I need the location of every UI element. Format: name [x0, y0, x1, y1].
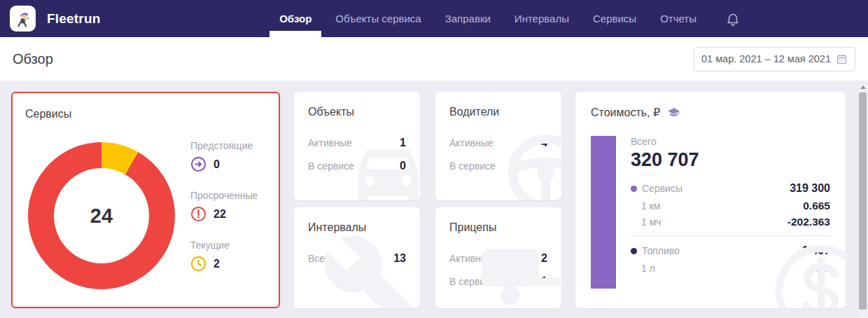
graduation-cap-icon — [667, 106, 680, 119]
date-range-button[interactable]: 01 мар. 2021 – 12 мая 2021 — [694, 47, 855, 71]
trailers-active-row: Активные 2 — [449, 252, 547, 265]
units-active-row: Активные 1 — [308, 137, 406, 149]
legend-overdue: Просроченные 22 — [190, 190, 258, 222]
notifications-button[interactable] — [725, 11, 741, 27]
intervals-total-row: Всего 13 — [308, 252, 406, 265]
exclamation-circle-icon — [190, 206, 206, 222]
dashboard: Сервисы 24 Предстоящие 0 Просроченные — [0, 81, 868, 318]
nav-tab-fillings[interactable]: Заправки — [433, 0, 503, 37]
vertical-scrollbar[interactable] — [858, 83, 867, 318]
main-nav: Обзор Объекты сервиса Заправки Интервалы… — [267, 0, 708, 37]
cost-card: Стоимость, ₽ Всего 320 707 Сервисы 319 3… — [575, 92, 846, 308]
legend-upcoming: Предстоящие 0 — [190, 140, 258, 172]
drivers-card-title: Водители — [449, 106, 547, 118]
top-navbar: Fleetrun Обзор Объекты сервиса Заправки … — [0, 0, 868, 37]
scrollbar-up-arrow[interactable] — [860, 85, 866, 89]
calendar-icon — [836, 53, 848, 65]
units-card-title: Объекты — [308, 106, 406, 118]
services-donut: 24 — [28, 142, 175, 289]
legend-current: Текущие 2 — [190, 240, 258, 272]
cost-fuel-per-liter-row: 1 л 46.9 — [631, 262, 830, 275]
cost-card-title: Стоимость, ₽ — [591, 106, 660, 119]
bell-icon — [725, 11, 741, 27]
fleetrun-mascot-icon — [13, 8, 34, 29]
scrollbar-thumb[interactable] — [859, 92, 867, 310]
intervals-card: Интервалы Всего 13 — [294, 207, 420, 308]
clock-icon — [190, 256, 206, 272]
cost-total-value: 320 707 — [631, 149, 830, 171]
services-card[interactable]: Сервисы 24 Предстоящие 0 Просроченные — [11, 92, 280, 308]
cost-total-label: Всего — [631, 136, 830, 147]
cost-total-bar — [591, 136, 616, 289]
drivers-in-service-row: В сервисе 1 — [449, 160, 547, 172]
trailers-card: Прицепы Активные 2 В сервисе 1 — [435, 207, 561, 308]
services-dot — [631, 186, 637, 192]
nav-tab-services[interactable]: Сервисы — [581, 0, 648, 37]
arrow-right-circle-icon — [190, 156, 206, 172]
drivers-card: Водители Активные 4 В сервисе 1 — [435, 92, 561, 200]
services-card-title: Сервисы — [25, 108, 71, 120]
nav-tab-intervals[interactable]: Интервалы — [503, 0, 581, 37]
cost-services-row: Сервисы 319 300 — [631, 182, 830, 195]
units-in-service-row: В сервисе 0 — [308, 160, 406, 172]
intervals-card-title: Интервалы — [308, 221, 406, 234]
units-card: Объекты Активные 1 В сервисе 0 — [294, 92, 420, 200]
nav-tab-service-objects[interactable]: Объекты сервиса — [323, 0, 433, 37]
cost-divider — [631, 235, 830, 236]
wrench-watermark-icon — [321, 231, 420, 308]
app-logo[interactable] — [10, 6, 36, 32]
services-donut-total: 24 — [90, 205, 113, 228]
nav-tab-reports[interactable]: Отчеты — [648, 0, 708, 37]
cost-services-per-km-row: 1 км 0.665 — [631, 200, 830, 212]
page-title: Обзор — [13, 51, 53, 67]
brand-name: Fleetrun — [47, 11, 101, 27]
fuel-dot — [631, 248, 637, 254]
nav-tab-overview[interactable]: Обзор — [267, 0, 323, 37]
cost-services-per-engine-hour-row: 1 мч -202.363 — [631, 216, 830, 228]
drivers-active-row: Активные 4 — [449, 137, 547, 149]
trailers-in-service-row: В сервисе 1 — [449, 275, 547, 288]
trailers-card-title: Прицепы — [449, 221, 547, 234]
date-range-text: 01 мар. 2021 – 12 мая 2021 — [701, 53, 831, 64]
cost-fuel-row: Топливо 1 407 — [631, 244, 830, 257]
services-legend: Предстоящие 0 Просроченные — [190, 140, 258, 289]
page-header: Обзор 01 мар. 2021 – 12 мая 2021 — [0, 37, 868, 81]
